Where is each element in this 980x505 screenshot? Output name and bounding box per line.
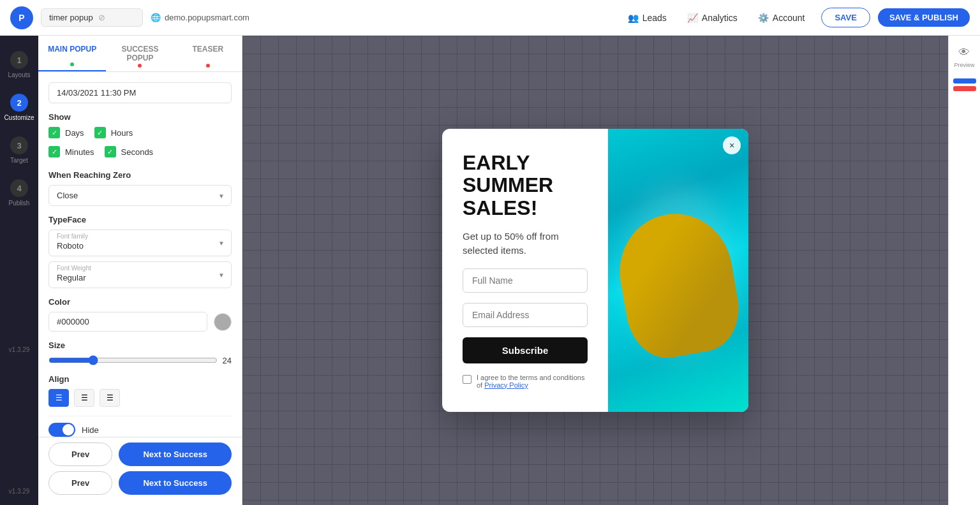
tab-main-popup[interactable]: MAIN POPUP [38, 36, 106, 71]
account-icon: ⚙️ [758, 13, 769, 23]
eye-icon: 👁 [958, 46, 970, 59]
leads-icon: 👥 [628, 13, 639, 23]
show-hours: ✓ Hours [94, 127, 133, 138]
hide-toggle-row: Hide [48, 416, 232, 437]
align-center-button[interactable]: ☰ [74, 389, 94, 407]
privacy-policy-link[interactable]: Privacy Policy [484, 381, 528, 389]
publish-button[interactable]: SAVE & PUBLISH [878, 8, 970, 27]
font-weight-chevron-icon: ▼ [218, 272, 225, 279]
step-target[interactable]: 3 Target [3, 131, 35, 169]
step-customize[interactable]: 2 Customize [3, 89, 35, 126]
popup-subtitle: Get up to 50% off from selected items. [463, 230, 588, 258]
panel-tabs: MAIN POPUP SUCCESS POPUP TEASER [38, 36, 242, 72]
topbar: P timer popup ⊘ 🌐 demo.popupsmart.com 👥 … [0, 0, 980, 36]
next-button-2[interactable]: Next to Success [119, 471, 232, 495]
align-row: ☰ ☰ ☰ [48, 389, 232, 407]
tab-teaser-dot [206, 64, 210, 68]
show-label: Show [48, 112, 232, 122]
canvas: × EARLY SUMMER SALES! Get up to 50% off … [242, 36, 948, 505]
settings-panel: MAIN POPUP SUCCESS POPUP TEASER Show ✓ D… [38, 36, 242, 505]
size-slider[interactable] [48, 355, 218, 365]
domain-field: 🌐 demo.popupsmart.com [151, 13, 249, 22]
font-weight-select[interactable]: Regular Bold Light [49, 272, 231, 288]
right-sidebar: 👁 Preview [948, 36, 980, 505]
size-field: Size 24 [48, 340, 232, 365]
footer-row-2: Prev Next to Success [48, 471, 232, 495]
popup-title: EARLY SUMMER SALES! [463, 152, 588, 219]
chevron-down-icon: ▼ [218, 192, 225, 199]
color-field: Color [48, 297, 232, 332]
preview-indicator [953, 78, 976, 91]
typeface-label: TypeFace [48, 215, 232, 224]
color-swatch[interactable] [214, 313, 232, 331]
prev-button-2[interactable]: Prev [48, 471, 112, 495]
account-link[interactable]: ⚙️ Account [749, 8, 814, 28]
hide-toggle-label: Hide [82, 425, 99, 435]
show-section: Show ✓ Days ✓ Hours ✓ Minutes ✓ Seco [48, 112, 232, 161]
version-label-2: v1.3.29 [9, 488, 30, 495]
version-label: v1.3.29 [9, 346, 30, 353]
font-family-chevron-icon: ▼ [218, 240, 225, 247]
popup-right-panel [608, 129, 748, 412]
font-weight-hint: Font Weight [49, 262, 231, 272]
size-label: Size [48, 340, 232, 350]
tab-success-popup[interactable]: SUCCESS POPUP [106, 36, 174, 71]
tab-teaser[interactable]: TEASER [174, 36, 242, 71]
pool-image [608, 129, 748, 412]
size-row: 24 [48, 355, 232, 365]
preview-dot-red [953, 86, 976, 91]
next-button-1[interactable]: Next to Success [119, 443, 232, 466]
font-weight-wrap: Font Weight Regular Bold Light ▼ [48, 261, 232, 288]
step-publish[interactable]: 4 Publish [3, 174, 35, 212]
popup-full-name-input[interactable] [463, 268, 588, 293]
prev-button-1[interactable]: Prev [48, 443, 112, 466]
typeface-field: TypeFace Font family Roboto Arial Inter … [48, 215, 232, 288]
color-input[interactable] [48, 312, 207, 332]
popup-preview: × EARLY SUMMER SALES! Get up to 50% off … [442, 129, 748, 412]
align-left-button[interactable]: ☰ [48, 389, 69, 407]
panel-footer: Prev Next to Success Prev Next to Succes… [38, 437, 242, 505]
analytics-icon: 📈 [687, 13, 698, 23]
hide-toggle[interactable] [48, 423, 75, 437]
show-days: ✓ Days [48, 127, 84, 138]
align-field: Align ☰ ☰ ☰ [48, 374, 232, 407]
reaching-zero-select-wrap: Close Hide Restart ▼ [48, 185, 232, 206]
popup-subscribe-button[interactable]: Subscribe [463, 337, 588, 363]
show-minutes: ✓ Minutes [48, 146, 94, 157]
reaching-zero-label: When Reaching Zero [48, 170, 232, 180]
nav-links: 👥 Leads 📈 Analytics ⚙️ Account [619, 8, 814, 28]
popup-privacy-row: I agree to the terms and conditions of P… [463, 374, 588, 389]
hours-checkbox[interactable]: ✓ [94, 127, 106, 138]
popup-email-input[interactable] [463, 303, 588, 327]
person-decoration [611, 205, 746, 364]
align-label: Align [48, 374, 232, 384]
privacy-checkbox[interactable] [463, 375, 471, 384]
tab-main-popup-dot [70, 62, 74, 66]
reaching-zero-field: When Reaching Zero Close Hide Restart ▼ [48, 170, 232, 206]
footer-row-1: Prev Next to Success [48, 443, 232, 466]
reaching-zero-select[interactable]: Close Hide Restart [49, 186, 231, 205]
color-label: Color [48, 297, 232, 307]
step-layouts[interactable]: 1 Layouts [3, 46, 35, 84]
days-checkbox[interactable]: ✓ [48, 127, 60, 138]
align-right-button[interactable]: ☰ [100, 389, 120, 407]
left-sidebar: 1 Layouts 2 Customize 3 Target 4 Publish… [0, 36, 38, 505]
size-value: 24 [223, 356, 232, 365]
color-row [48, 312, 232, 332]
datetime-input[interactable] [48, 82, 232, 103]
minutes-checkbox[interactable]: ✓ [48, 146, 60, 157]
font-family-select[interactable]: Roboto Arial Inter [49, 240, 231, 256]
analytics-link[interactable]: 📈 Analytics [678, 8, 746, 28]
project-name-field[interactable]: timer popup ⊘ [41, 8, 143, 27]
panel-content: Show ✓ Days ✓ Hours ✓ Minutes ✓ Seco [38, 72, 242, 437]
leads-link[interactable]: 👥 Leads [619, 8, 676, 28]
tab-success-popup-dot [138, 64, 142, 68]
save-button[interactable]: SAVE [821, 8, 870, 27]
popup-left-panel: EARLY SUMMER SALES! Get up to 50% off fr… [442, 129, 608, 412]
show-seconds: ✓ Seconds [105, 146, 154, 157]
seconds-checkbox[interactable]: ✓ [105, 146, 116, 157]
font-family-wrap: Font family Roboto Arial Inter ▼ [48, 230, 232, 256]
preview-dot-blue [953, 78, 976, 84]
font-family-hint: Font family [49, 230, 231, 240]
preview-icon-button[interactable]: 👁 Preview [954, 46, 974, 68]
